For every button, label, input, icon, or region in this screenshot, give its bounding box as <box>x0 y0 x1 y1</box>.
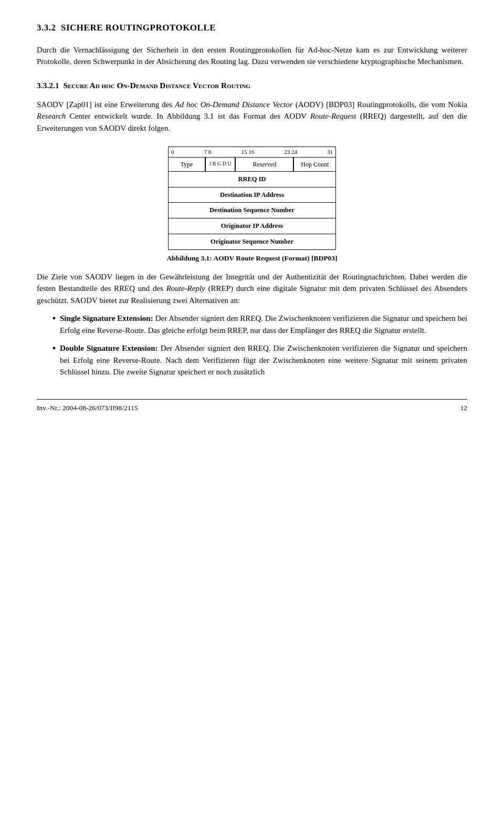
bit-labels-row: 0 7 8 15 16 23 24 31 <box>169 147 335 158</box>
flags-cell: J R G D U <box>205 158 235 171</box>
subsection-number: 3.3.2.1 <box>37 81 59 90</box>
hopcount-cell: Hop Count <box>293 158 335 171</box>
bullet-label-single: Single Signature Extension: <box>60 314 153 322</box>
rreq-diagram: 0 7 8 15 16 23 24 31 Type J R G D U Rese… <box>168 147 336 249</box>
type-cell: Type <box>169 158 205 171</box>
section-paragraph1: Durch die Vernachlässigung der Sicherhei… <box>37 44 467 68</box>
section-title: Sichere Routingprotokolle <box>61 23 216 33</box>
bit-label-23-24: 23 24 <box>284 148 297 156</box>
footer: Inv.-Nr.: 2004-08-26/073/II98/2115 12 <box>37 399 467 413</box>
bullet-item-single: ▪ Single Signature Extension: Der Absend… <box>52 312 467 336</box>
figure-container: 0 7 8 15 16 23 24 31 Type J R G D U Rese… <box>163 147 341 266</box>
bullet-label-double: Double Signature Extension: <box>60 344 158 352</box>
bullet-symbol-2: ▪ <box>52 341 56 355</box>
bullet-item-double: ▪ Double Signature Extension: Der Absend… <box>52 342 467 378</box>
reserved-cell: Reserved <box>235 158 293 171</box>
orig-seq-row: Originator Sequence Number <box>169 234 335 249</box>
bullet-list: ▪ Single Signature Extension: Der Absend… <box>52 312 467 378</box>
paragraph-after-figure: Die Ziele von SAODV liegen in der Gewähr… <box>37 271 467 307</box>
subsection-heading: 3.3.2.1 Secure Ad hoc On-Demand Distance… <box>37 79 467 91</box>
figure-caption: Abbildung 3.1: AODV Route Request (Forma… <box>167 253 338 264</box>
bullet-text-double: Double Signature Extension: Der Absender… <box>60 342 467 378</box>
rreq-id-row: RREQ ID <box>169 172 335 187</box>
bit-label-15-16: 15 16 <box>241 148 254 156</box>
section-number: 3.3.2 <box>37 23 56 33</box>
bit-label-31: 31 <box>327 148 333 156</box>
section-heading: 3.3.2 Sichere Routingprotokolle <box>37 21 467 35</box>
bit-label-7-8: 7 8 <box>204 148 212 156</box>
dest-ip-row: Destination IP Address <box>169 187 335 203</box>
bit-label-0: 0 <box>171 148 174 156</box>
orig-ip-row: Originator IP Address <box>169 218 335 234</box>
page-content: 3.3.2 Sichere Routingprotokolle Durch di… <box>37 21 467 413</box>
figure-caption-bold: Abbildung 3.1: AODV Route Request (Forma… <box>167 254 338 262</box>
header-cells-row: Type J R G D U Reserved Hop Count <box>169 158 335 172</box>
subsection-paragraph1: SAODV [Zap01] ist eine Erweiterung des A… <box>37 99 467 134</box>
footer-page: 12 <box>460 403 468 413</box>
bullet-text-single: Single Signature Extension: Der Absender… <box>60 312 467 336</box>
dest-seq-row: Destination Sequence Number <box>169 203 335 218</box>
subsection-title: Secure Ad hoc On-Demand Distance Vector … <box>63 81 250 90</box>
bullet-symbol-1: ▪ <box>52 311 56 325</box>
footer-inv: Inv.-Nr.: 2004-08-26/073/II98/2115 <box>37 403 138 413</box>
